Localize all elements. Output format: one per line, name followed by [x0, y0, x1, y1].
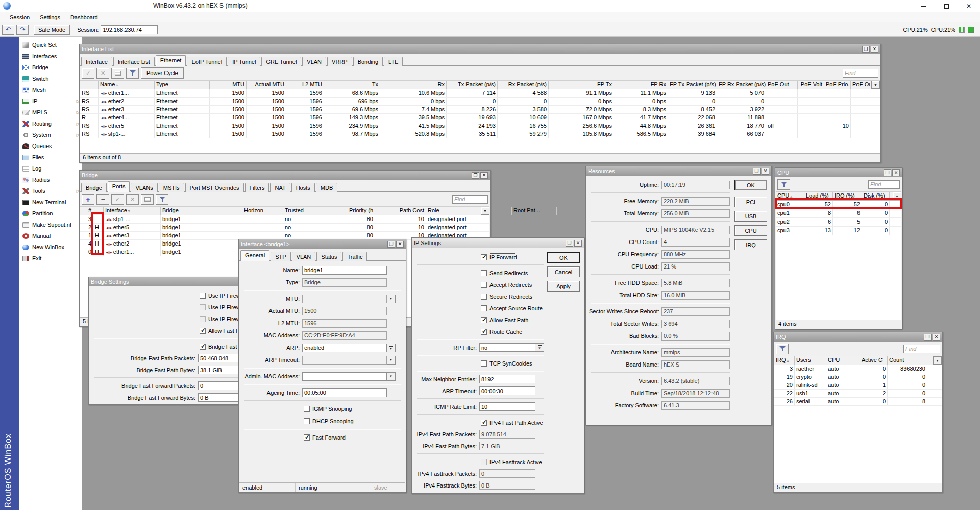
maximize-icon[interactable]: ❐ — [566, 240, 573, 247]
column-header-actual-mtu[interactable]: Actual MTU — [247, 81, 286, 89]
close-icon[interactable]: ✕ — [480, 172, 488, 179]
sidebar-item-interfaces[interactable]: Interfaces — [19, 51, 82, 62]
session-input[interactable]: 192.168.230.74 — [101, 25, 158, 34]
filter-button[interactable] — [776, 344, 789, 354]
find-input[interactable] — [903, 345, 940, 353]
maximize-icon[interactable]: ❐ — [387, 241, 395, 248]
table-row[interactable]: 3raetherauto083680230 — [774, 365, 942, 373]
column-header-root-pat[interactable]: Root Pat... — [512, 207, 557, 215]
table-row[interactable]: cpu313120 — [776, 227, 901, 235]
field-arp[interactable]: enabled — [302, 344, 387, 352]
column-header-mtu[interactable]: MTU — [210, 81, 247, 89]
column-header-tx[interactable]: Tx — [324, 81, 380, 89]
column-header-interface[interactable]: Interface▿ — [104, 207, 161, 215]
ok-button[interactable]: OK — [547, 252, 580, 263]
menu-settings[interactable]: Settings — [35, 13, 65, 21]
tab-vlan[interactable]: VLAN — [302, 57, 326, 66]
sidebar-item-queues[interactable]: Queues — [19, 140, 82, 152]
column-header-users[interactable]: Users — [795, 356, 826, 365]
tab-status[interactable]: Status — [316, 252, 341, 261]
table-row[interactable]: 2Hether5bridge1no8010designated port — [80, 224, 489, 232]
column-select-button[interactable]: ▼ — [933, 356, 942, 365]
sidebar-item-log[interactable]: Log — [19, 163, 82, 174]
cpu-button[interactable]: CPU — [734, 225, 767, 236]
field-rp-filter[interactable]: no — [479, 343, 535, 352]
close-icon[interactable]: ✕ — [933, 334, 940, 341]
tab-port-mst-overrides[interactable]: Port MST Overrides — [185, 183, 244, 192]
usb-button[interactable]: USB — [734, 211, 767, 222]
maximize-icon[interactable]: ❐ — [862, 46, 870, 53]
column-header-bridge[interactable]: Bridge — [161, 207, 242, 215]
close-icon[interactable]: ✕ — [871, 46, 878, 53]
resources-titlebar[interactable]: Resources ❐ ✕ — [586, 166, 771, 176]
minimize-button[interactable] — [913, 0, 935, 12]
field-name[interactable]: bridge1 — [302, 266, 387, 275]
tab-eoip-tunnel[interactable]: EoIP Tunnel — [187, 57, 227, 66]
tab-filters[interactable]: Filters — [245, 183, 270, 192]
tab-stp[interactable]: STP — [271, 252, 290, 261]
column-header-tx-packet-p-s[interactable]: Tx Packet (p/s) — [447, 81, 498, 89]
comment-button[interactable] — [141, 194, 154, 205]
sidebar-item-new-terminal[interactable]: New Terminal — [19, 197, 82, 208]
column-header-rx-packet-p-s[interactable]: Rx Packet (p/s) — [498, 81, 549, 89]
checkbox-accept-redirects[interactable] — [481, 282, 487, 288]
sidebar-item-new-winbox[interactable]: New WinBox — [19, 241, 82, 253]
irq-titlebar[interactable]: IRQ ❐ ✕ — [774, 332, 942, 342]
maximize-icon[interactable]: ❐ — [472, 172, 479, 179]
tab-vlans[interactable]: VLANs — [131, 183, 157, 192]
checkbox-allow-fast-path[interactable] — [200, 328, 206, 334]
bridge-titlebar[interactable]: Bridge ❐ ✕ — [80, 171, 490, 180]
table-row[interactable]: 19cryptoauto00 — [774, 373, 942, 381]
disable-button[interactable]: ✕ — [96, 68, 109, 79]
checkbox-send-redirects[interactable] — [481, 270, 487, 276]
table-row[interactable]: RSether5Ethernet150015001596234.9 Mbps41… — [80, 122, 880, 130]
tab-mstis[interactable]: MSTIs — [159, 183, 184, 192]
column-header-rx[interactable]: Rx — [380, 81, 447, 89]
tab-nat[interactable]: NAT — [270, 183, 290, 192]
maximize-icon[interactable]: ❐ — [884, 169, 891, 176]
column-header-fp-rx[interactable]: FP Rx — [614, 81, 668, 89]
field-icmp-rate-limit[interactable]: 10 — [479, 402, 535, 411]
table-row[interactable]: Rether4...Ethernet150015001596149.3 Mbps… — [80, 114, 880, 122]
apply-button[interactable]: Apply — [547, 281, 580, 292]
sidebar-item-radius[interactable]: Radius — [19, 174, 82, 185]
tab-interface[interactable]: Interface — [81, 57, 112, 66]
column-header-fp-rx-packet-p-s[interactable]: FP Rx Packet (p/s) — [717, 81, 766, 89]
column-header-horizon[interactable]: Horizon — [242, 207, 283, 215]
maximize-icon[interactable]: ❐ — [924, 334, 932, 341]
tab-lte[interactable]: LTE — [384, 57, 403, 66]
column-header-l2-mtu[interactable]: L2 MTU — [286, 81, 324, 89]
sidebar-item-system[interactable]: System▷ — [19, 129, 82, 140]
cancel-button[interactable]: Cancel — [547, 266, 580, 277]
maximize-button[interactable] — [935, 0, 958, 12]
column-header-poe-out[interactable]: PoE Out — [766, 81, 798, 89]
field-admin-mac-address[interactable] — [302, 372, 387, 381]
column-header-count[interactable]: Count — [888, 356, 927, 365]
sidebar-item-routing[interactable]: Routing▷ — [19, 118, 82, 129]
tab-interface-list[interactable]: Interface List — [113, 57, 155, 66]
checkbox-dhcp-snooping[interactable] — [304, 418, 310, 424]
maximize-icon[interactable]: ❐ — [753, 168, 761, 175]
field-ageing-time[interactable]: 00:05:00 — [302, 388, 387, 397]
column-header-active-c[interactable]: Active C — [860, 356, 888, 365]
add-button[interactable]: + — [82, 194, 94, 205]
ok-button[interactable]: OK — [734, 180, 767, 190]
column-header-priority-h[interactable]: Priority (h — [324, 207, 375, 215]
column-header-fp-tx[interactable]: FP Tx — [549, 81, 614, 89]
table-row[interactable]: cpu1860 — [776, 209, 901, 218]
table-row[interactable]: RSsfp1-...Ethernet15001500159698.7 Mbps5… — [80, 130, 880, 138]
field-max-neighbor-entries[interactable]: 8192 — [479, 375, 535, 383]
column-header-irq[interactable]: IRQ▵ — [774, 356, 795, 365]
checkbox-igmp-snooping[interactable] — [304, 406, 310, 412]
sidebar-item-manual[interactable]: Manual — [19, 230, 82, 241]
sidebar-item-exit[interactable]: Exit — [19, 253, 82, 264]
tab-mdb[interactable]: MDB — [316, 183, 337, 192]
enable-button[interactable]: ✓ — [111, 194, 124, 205]
dropdown-arrow-icon[interactable] — [535, 343, 544, 352]
checkbox-ip-forward[interactable] — [481, 254, 487, 260]
close-icon[interactable]: ✕ — [892, 169, 900, 176]
field-arp-timeout[interactable]: 00:00:30 — [479, 386, 535, 395]
tab-ethernet[interactable]: Ethernet — [156, 55, 186, 66]
dropdown-arrow-icon[interactable] — [387, 295, 396, 303]
table-row[interactable]: 3sfp1-...bridge1no8010designated port — [80, 215, 489, 224]
